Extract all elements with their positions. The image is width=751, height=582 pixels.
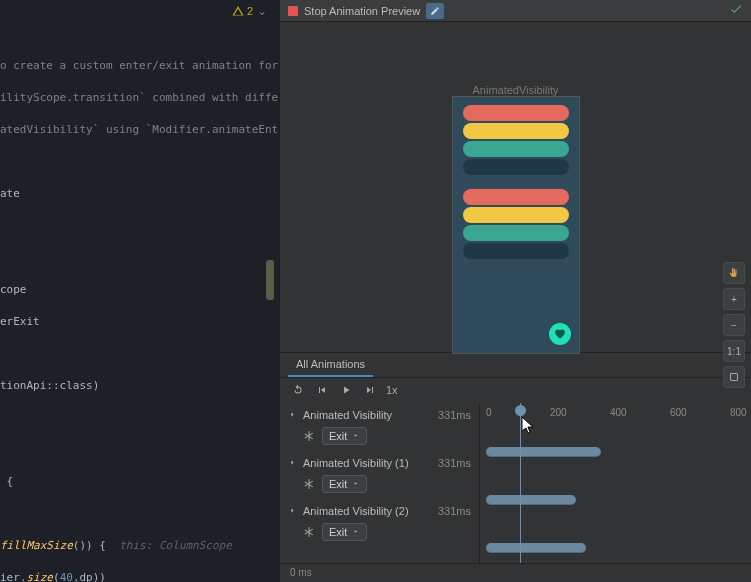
chevron-right-icon[interactable]	[288, 409, 297, 421]
track-item[interactable]: Animated Visibility (1) 331ms Exit	[280, 451, 479, 499]
playhead[interactable]	[520, 403, 521, 563]
code-text: ate	[0, 186, 279, 202]
animation-panel: All Animations 1x Animated Visibility 33…	[280, 352, 751, 582]
track-duration: 331ms	[438, 457, 471, 469]
animation-segment[interactable]	[486, 543, 586, 553]
track-name: Animated Visibility (2)	[303, 505, 409, 517]
freeze-icon[interactable]	[302, 525, 316, 539]
track-item[interactable]: Animated Visibility (2) 331ms Exit	[280, 499, 479, 547]
track-duration: 331ms	[438, 505, 471, 517]
animation-tabs: All Animations	[280, 353, 751, 378]
code-unit: .dp	[73, 571, 93, 582]
tab-all-animations[interactable]: All Animations	[288, 353, 373, 377]
code-text: erExit	[0, 314, 279, 330]
track-name: Animated Visibility (1)	[303, 457, 409, 469]
inline-hint: this: ColumnScope	[119, 539, 232, 552]
code-content[interactable]: o create a custom enter/exit animation f…	[0, 22, 279, 582]
freeze-icon[interactable]	[302, 429, 316, 443]
state-select[interactable]: Exit	[322, 475, 367, 493]
track-item[interactable]: Animated Visibility 331ms Exit	[280, 403, 479, 451]
timeline[interactable]: 0 200 400 600 800 1000	[480, 403, 751, 563]
inspection-check-icon: ⌄	[257, 4, 267, 18]
state-label: Exit	[329, 526, 347, 538]
state-label: Exit	[329, 478, 347, 490]
preview-bar	[463, 225, 569, 241]
frame-button[interactable]	[723, 366, 745, 388]
preview-bar	[463, 189, 569, 205]
preview-bar	[463, 207, 569, 223]
preview-canvas[interactable]: AnimatedVisibility + − 1:1	[280, 22, 751, 352]
restart-button[interactable]	[290, 382, 306, 398]
preview-bar	[463, 243, 569, 259]
ruler-tick: 600	[670, 407, 687, 418]
step-forward-button[interactable]	[362, 382, 378, 398]
chevron-right-icon[interactable]	[288, 457, 297, 469]
animation-footer: 0 ms	[280, 563, 751, 582]
play-button[interactable]	[338, 382, 354, 398]
timeline-time-label: 0 ms	[290, 567, 312, 578]
state-select[interactable]: Exit	[322, 427, 367, 445]
editor-inspection-bar: 2 ⌄	[0, 0, 279, 22]
zoom-fit-button[interactable]: 1:1	[723, 340, 745, 362]
svg-rect-0	[731, 374, 738, 381]
editor-scrollbar-thumb[interactable]	[266, 260, 274, 300]
chevron-right-icon[interactable]	[288, 505, 297, 517]
code-comment: ilityScope.transition` combined with dif…	[0, 90, 279, 106]
state-label: Exit	[329, 430, 347, 442]
code-fn: fillMaxSize	[0, 539, 73, 552]
tracks-list: Animated Visibility 331ms Exit Animated …	[280, 403, 480, 563]
device-label: AnimatedVisibility	[472, 84, 558, 96]
animation-segment[interactable]	[486, 447, 601, 457]
ruler-tick: 800	[730, 407, 747, 418]
fab-button[interactable]	[549, 323, 571, 345]
pan-tool[interactable]	[723, 262, 745, 284]
warning-badge[interactable]: 2	[232, 5, 253, 17]
preview-side-tools: + − 1:1	[723, 262, 745, 388]
preview-pane: Stop Animation Preview AnimatedVisibilit…	[279, 0, 751, 582]
preview-bar	[463, 141, 569, 157]
code-comment: o create a custom enter/exit animation f…	[0, 58, 279, 74]
stop-icon[interactable]	[288, 6, 298, 16]
cursor-icon	[522, 417, 536, 435]
code-fn: size	[27, 571, 54, 582]
step-back-button[interactable]	[314, 382, 330, 398]
code-text: cope	[0, 282, 279, 298]
preview-bar	[463, 159, 569, 175]
code-text: tionApi::class)	[0, 379, 99, 392]
preview-bar	[463, 105, 569, 121]
preview-toolbar: Stop Animation Preview	[280, 0, 751, 22]
preview-bar	[463, 123, 569, 139]
warnings-count: 2	[247, 5, 253, 17]
speed-selector[interactable]: 1x	[386, 384, 400, 396]
transport-bar: 1x	[280, 378, 751, 403]
ruler-tick: 400	[610, 407, 627, 418]
device-frame	[452, 96, 580, 354]
ruler-tick: 0	[486, 407, 492, 418]
state-select[interactable]: Exit	[322, 523, 367, 541]
code-num: 40	[60, 571, 73, 582]
code-id: ier	[0, 571, 20, 582]
ruler-tick: 200	[550, 407, 567, 418]
code-editor[interactable]: 2 ⌄ o create a custom enter/exit animati…	[0, 0, 279, 582]
zoom-out-button[interactable]: −	[723, 314, 745, 336]
speed-label: 1x	[386, 384, 398, 396]
code-comment: atedVisibility` using `Modifier.animateE…	[0, 122, 279, 138]
zoom-in-button[interactable]: +	[723, 288, 745, 310]
freeze-icon[interactable]	[302, 477, 316, 491]
track-duration: 331ms	[438, 409, 471, 421]
edit-button[interactable]	[426, 3, 444, 19]
animation-segment[interactable]	[486, 495, 576, 505]
preview-title: Stop Animation Preview	[304, 5, 420, 17]
build-success-icon	[729, 2, 743, 19]
track-name: Animated Visibility	[303, 409, 392, 421]
